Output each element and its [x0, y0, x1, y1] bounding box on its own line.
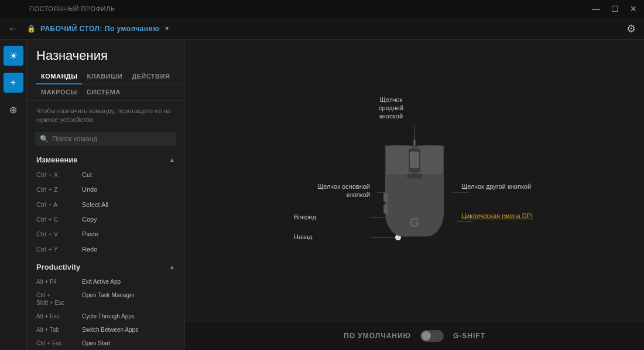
cmd-open-start[interactable]: Ctrl + Esc Open Start [27, 337, 184, 350]
bottom-left-label: ПО УМОЛЧАНИЮ [344, 332, 411, 340]
mouse-container: G Щелчок средней кнопкой Щелчок основной… [286, 84, 543, 307]
cmd-copy[interactable]: Ctrl + C Copy [27, 212, 184, 227]
cmd-key: Ctrl +Shift + Esc [36, 291, 77, 307]
tab-keys[interactable]: КЛАВИШИ [82, 69, 127, 84]
tab-macros[interactable]: МАКРОСЫ [36, 85, 82, 100]
tab-system[interactable]: СИСТЕМА [82, 85, 125, 100]
label-back: Назад [294, 233, 313, 241]
cmd-label: Switch Between Apps [82, 326, 138, 334]
tab-row-1: КОМАНДЫ КЛАВИШИ ДЕЙСТВИЯ [27, 69, 184, 85]
svg-rect-17 [383, 192, 388, 202]
cmd-key: Alt + F4 [36, 278, 77, 286]
label-left-click: Щелчок основной кнопкой [294, 182, 370, 199]
label-forward: Вперед [294, 213, 316, 221]
svg-rect-16 [407, 174, 422, 178]
sidebar-brightness-button[interactable]: ☀ [4, 46, 23, 66]
cmd-label: Select All [82, 201, 108, 209]
section-arrow-edit: ▲ [169, 157, 175, 163]
cmd-cycle-apps[interactable]: Alt + Esc Cycle Through Apps [27, 310, 184, 323]
section-title-productivity: Productivity [36, 263, 80, 271]
cmd-key: Ctrl + A [36, 201, 77, 209]
section-header-edit[interactable]: Изменение ▲ [27, 149, 184, 168]
search-bar[interactable]: 🔍 [35, 132, 176, 146]
cmd-task-manager[interactable]: Ctrl +Shift + Esc Open Task Manager [27, 288, 184, 310]
cmd-exit-app[interactable]: Alt + F4 Exit Active App [27, 275, 184, 288]
cmd-label: Undo [82, 185, 97, 194]
hint-text: Чтобы назначить команду, перетащите ее н… [27, 101, 184, 128]
cmd-paste[interactable]: Ctrl + V Paste [27, 227, 184, 242]
cmd-label: Redo [82, 245, 97, 254]
search-input[interactable] [52, 135, 172, 143]
mouse-image: G [382, 140, 447, 250]
title-bar: ПОСТОЯННЫЙ ПРОФИЛЬ — ☐ ✕ [0, 0, 644, 18]
label-middle-click: Щелчок средней кнопкой [368, 96, 415, 121]
profile-label[interactable]: РАБОЧИЙ СТОЛ: По умолчанию [40, 25, 159, 33]
cmd-undo[interactable]: Ctrl + Z Undo [27, 182, 184, 197]
bottom-right-label: G-SHIFT [453, 332, 485, 340]
section-arrow-productivity: ▲ [169, 264, 175, 270]
cmd-redo[interactable]: Ctrl + Y Redo [27, 242, 184, 257]
sidebar-crosshair-button[interactable]: ⊕ [4, 100, 23, 120]
tab-actions[interactable]: ДЕЙСТВИЯ [127, 69, 174, 84]
lock-icon: 🔒 [27, 25, 36, 33]
main-panel: Назначения КОМАНДЫ КЛАВИШИ ДЕЙСТВИЯ МАКР… [27, 40, 185, 350]
cmd-label: Cut [82, 171, 92, 179]
cmd-key: Ctrl + Z [36, 185, 77, 194]
cmd-key: Alt + Esc [36, 312, 77, 320]
label-dpi[interactable]: Циклическая смена DPI [451, 212, 533, 220]
cmd-switch-apps[interactable]: Alt + Tab Switch Between Apps [27, 323, 184, 337]
cmd-select-all[interactable]: Ctrl + A Select All [27, 198, 184, 212]
label-right-click: Щелчок другой кнопкой [461, 182, 537, 191]
tab-row-2: МАКРОСЫ СИСТЕМА [27, 85, 184, 101]
cmd-key: Ctrl + Esc [36, 339, 77, 347]
profile-dropdown-arrow[interactable]: ▼ [164, 25, 170, 32]
cmd-label: Cycle Through Apps [82, 312, 135, 320]
minimize-button[interactable]: — [591, 4, 601, 13]
toggle-knob [422, 331, 431, 341]
cmd-label: Paste [82, 230, 98, 239]
cmd-label: Open Start [82, 339, 110, 347]
maximize-button[interactable]: ☐ [610, 4, 619, 13]
close-button[interactable]: ✕ [629, 4, 638, 13]
panel-title: Назначения [27, 40, 184, 69]
section-header-productivity[interactable]: Productivity ▲ [27, 257, 184, 275]
cmd-key: Ctrl + Y [36, 245, 77, 254]
cmd-label: Open Task Manager [82, 291, 135, 299]
cmd-label: Exit Active App [82, 278, 121, 286]
svg-rect-15 [410, 151, 419, 168]
profile-bar: ← 🔒 РАБОЧИЙ СТОЛ: По умолчанию ▼ ⚙ [0, 18, 644, 40]
settings-icon[interactable]: ⚙ [626, 22, 636, 35]
search-icon: 🔍 [40, 135, 49, 143]
sidebar-icons: ☀ + ⊕ [0, 40, 27, 350]
app-title: ПОСТОЯННЫЙ ПРОФИЛЬ [29, 5, 115, 12]
svg-rect-18 [383, 204, 388, 213]
sidebar-add-button[interactable]: + [4, 73, 23, 93]
back-button[interactable]: ← [8, 23, 18, 34]
cmd-key: Ctrl + C [36, 215, 77, 224]
command-list: Изменение ▲ Ctrl + X Cut Ctrl + Z Undo C… [27, 149, 184, 350]
cmd-key: Alt + Tab [36, 326, 77, 334]
right-panel: G Щелчок средней кнопкой Щелчок основной… [185, 40, 644, 350]
bottom-bar: ПО УМОЛЧАНИЮ G-SHIFT [185, 321, 644, 350]
cmd-key: Ctrl + X [36, 171, 77, 179]
section-title-edit: Изменение [36, 155, 77, 164]
profile-toggle[interactable] [420, 330, 444, 342]
cmd-cut[interactable]: Ctrl + X Cut [27, 168, 184, 182]
window-controls: — ☐ ✕ [591, 4, 638, 13]
cmd-label: Copy [82, 215, 97, 224]
tab-commands[interactable]: КОМАНДЫ [36, 69, 82, 84]
svg-text:G: G [409, 215, 419, 229]
cmd-key: Ctrl + V [36, 230, 77, 239]
